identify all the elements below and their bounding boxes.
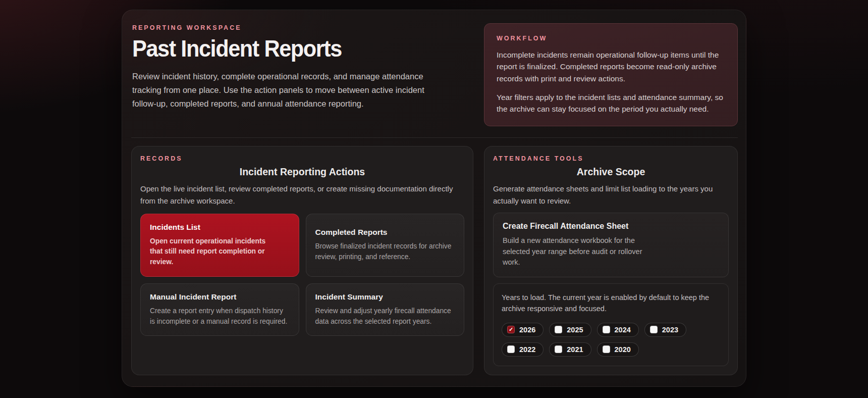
year-chip-2022[interactable]: 2022 (502, 342, 544, 357)
year-chip-2025[interactable]: 2025 (549, 323, 591, 337)
incidents-list-button[interactable]: Incidents List Open current operational … (140, 214, 299, 277)
incident-summary-button[interactable]: Incident Summary Review and adjust yearl… (306, 283, 465, 336)
year-chip-2020[interactable]: 2020 (597, 342, 639, 357)
years-help-text: Years to load. The current year is enabl… (502, 292, 720, 315)
year-chip-label: 2022 (519, 345, 535, 354)
section-divider (131, 137, 738, 138)
attendance-panel: ATTENDANCE TOOLS Archive Scope Generate … (484, 146, 738, 375)
page-title: Past Incident Reports (132, 36, 453, 61)
page-intro: Review incident history, complete operat… (132, 70, 435, 110)
year-chip-label: 2026 (519, 326, 535, 334)
checkbox-unchecked-icon[interactable] (555, 326, 562, 333)
checkbox-unchecked-icon[interactable] (603, 345, 610, 353)
year-chip-2024[interactable]: 2024 (597, 323, 639, 337)
header-section: REPORTING WORKSPACE Past Incident Report… (131, 23, 473, 126)
attendance-label: ATTENDANCE TOOLS (493, 155, 729, 162)
completed-reports-button[interactable]: Completed Reports Browse finalized incid… (306, 214, 465, 277)
page-background: REPORTING WORKSPACE Past Incident Report… (0, 0, 868, 398)
records-panel: RECORDS Incident Reporting Actions Open … (131, 146, 473, 375)
checkbox-unchecked-icon[interactable] (555, 345, 562, 353)
workflow-panel: WORKFLOW Incomplete incidents remain ope… (484, 23, 738, 126)
create-attendance-sheet-button[interactable]: Create Firecall Attendance Sheet Build a… (493, 213, 729, 277)
action-title: Completed Reports (315, 228, 455, 237)
year-chip-label: 2024 (615, 326, 631, 334)
create-sheet-title: Create Firecall Attendance Sheet (503, 222, 719, 231)
year-chip-label: 2025 (567, 326, 583, 334)
year-chip-label: 2023 (662, 326, 678, 334)
year-chip-list: 2026 2025 2024 2023 (502, 323, 720, 357)
year-chip-label: 2020 (615, 345, 631, 354)
main-container: REPORTING WORKSPACE Past Incident Report… (122, 10, 746, 387)
action-description: Review and adjust yearly firecall attend… (315, 306, 455, 327)
action-description: Create a report entry when dispatch hist… (150, 306, 290, 327)
create-sheet-description: Build a new attendance workbook for the … (503, 235, 659, 268)
year-chip-label: 2021 (567, 345, 583, 354)
action-title: Incident Summary (315, 292, 455, 302)
action-description: Browse finalized incident records for ar… (315, 241, 455, 262)
checkbox-unchecked-icon[interactable] (650, 326, 658, 333)
records-label: RECORDS (140, 155, 464, 162)
workflow-paragraph-1: Incomplete incidents remain operational … (497, 49, 725, 84)
year-chip-2023[interactable]: 2023 (644, 323, 686, 337)
years-filter-box: Years to load. The current year is enabl… (493, 283, 729, 366)
year-chip-2026[interactable]: 2026 (502, 323, 544, 337)
year-chip-2021[interactable]: 2021 (549, 342, 591, 357)
workflow-paragraph-2: Year filters apply to the incident lists… (497, 91, 725, 115)
attendance-title: Archive Scope (493, 166, 729, 178)
records-actions-grid: Incidents List Open current operational … (140, 214, 464, 336)
action-description: Open current operational incidents that … (150, 236, 274, 268)
attendance-intro: Generate attendance sheets and limit lis… (493, 183, 729, 207)
action-title: Incidents List (150, 223, 290, 232)
checkbox-checked-icon[interactable] (507, 326, 515, 333)
records-title: Incident Reporting Actions (140, 166, 464, 178)
manual-incident-report-button[interactable]: Manual Incident Report Create a report e… (140, 283, 299, 336)
records-intro: Open the live incident list, review comp… (140, 183, 464, 207)
header-eyebrow: REPORTING WORKSPACE (132, 24, 473, 31)
action-title: Manual Incident Report (150, 292, 290, 302)
workflow-label: WORKFLOW (497, 35, 725, 42)
checkbox-unchecked-icon[interactable] (603, 326, 610, 333)
checkbox-unchecked-icon[interactable] (507, 345, 515, 353)
